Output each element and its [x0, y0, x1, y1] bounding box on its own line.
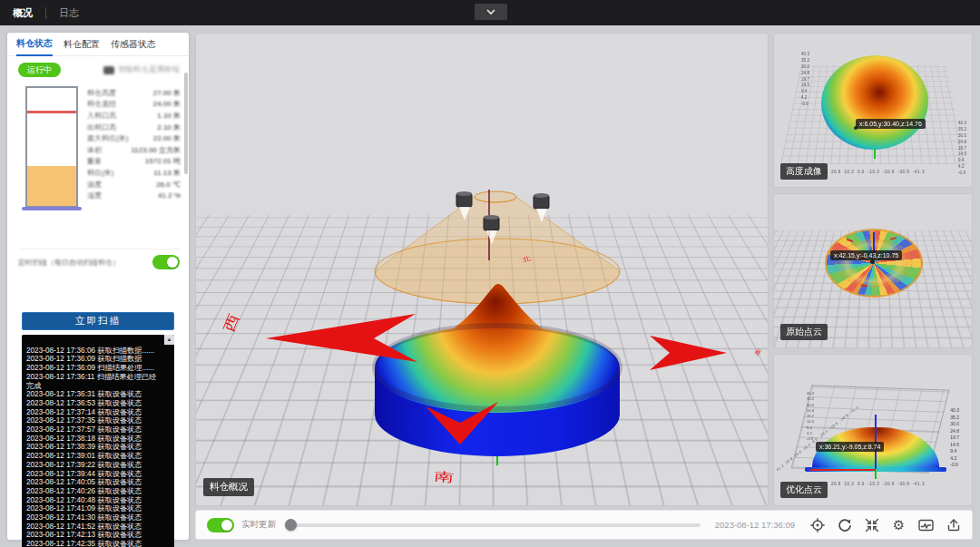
collapse-header-button[interactable]	[475, 4, 507, 20]
param-row: 出料口高2.10 米	[87, 122, 181, 133]
panel-label: 优化点云	[780, 482, 828, 498]
panel-label: 高度成像	[780, 163, 828, 180]
right-axis-ticks: 40.3 35.2 30.0 24.8 19.7 14.5 9.4 4.2 -0…	[958, 121, 966, 177]
compass-east-label: 东	[753, 347, 764, 357]
log-lines: 2023-08-12 17:36:06 获取扫描数据...... 2023-08…	[26, 347, 156, 547]
silo-alarm-line	[27, 111, 76, 113]
monitor-chart-icon[interactable]	[918, 517, 934, 532]
param-row: 重量1572.01 吨	[87, 156, 181, 168]
log-console[interactable]: 2023-08-12 17:36:06 获取扫描数据...... 2023-08…	[22, 335, 174, 547]
y-axis-line	[875, 471, 877, 479]
refresh-icon[interactable]	[837, 517, 852, 532]
left-axis-ticks: 40.3 35.2 30.0 24.8 19.7 14.5 9.4 4.2 -0…	[807, 391, 814, 443]
silo-level-indicator	[25, 86, 78, 208]
sidebar-tabs: 料仓状态 料仓配置 传感器状态	[7, 33, 189, 56]
realtime-label: 实时更新	[241, 519, 276, 531]
device-info: 智能料仓监测终端	[103, 64, 180, 75]
sidebar: 料仓状态 料仓配置 传感器状态 运行中 智能料仓监测终端 料仓高度27.00 米…	[7, 33, 189, 540]
slider-handle[interactable]	[285, 519, 297, 531]
toolbar-icons: ⚙	[809, 517, 961, 532]
compass-south-label: 南	[434, 469, 455, 484]
silo-base	[22, 207, 82, 210]
schedule-toggle-label: 定时扫描（每日自动扫描料仓）	[18, 258, 120, 268]
east-arrow-icon	[650, 336, 727, 370]
param-row: 温度26.0 ℃	[87, 179, 181, 190]
x-axis-line	[810, 469, 876, 471]
slider-track[interactable]	[285, 523, 701, 527]
top-tab-log[interactable]: 日志	[46, 0, 92, 25]
tab-sensor-status[interactable]: 传感器状态	[111, 33, 156, 55]
log-scrollbar[interactable]: ▲ ▼	[164, 335, 174, 547]
main-view-label: 料仓概况	[203, 478, 254, 496]
app-window: 概况 日志 料仓状态 料仓配置 传感器状态 运行中 智能料仓监测终端	[0, 0, 980, 547]
optimized-pointcloud-panel[interactable]: 40.3 35.2 30.0 24.8 19.7 14.5 9.4 4.2 -0…	[773, 354, 973, 506]
aim-icon[interactable]	[809, 517, 825, 532]
silo-3d-scene: 西 南 东 北	[196, 34, 769, 506]
tab-silo-config[interactable]: 料仓配置	[64, 33, 100, 55]
coordinate-tooltip: x:36.21,y:-9.05,z:8.74	[816, 442, 884, 452]
raw-pointcloud-panel[interactable]: x:42.15,y:-0.43,z:10.75 原始点云	[773, 193, 973, 348]
coordinate-tooltip: x:6.05,y:30.40,z:14.76	[856, 119, 926, 129]
silo-parameter-list: 料仓高度27.00 米 料仓直径24.00 米 入料口高1.10 米 出料口高2…	[87, 87, 181, 201]
device-icon	[103, 66, 114, 74]
param-row: 入料口高1.10 米	[87, 110, 181, 122]
realtime-toggle[interactable]	[207, 518, 234, 532]
scroll-up-icon[interactable]: ▲	[164, 335, 174, 345]
param-row: 料仓直径24.00 米	[87, 99, 181, 111]
param-row: 最大料位(米)22.00 米	[87, 132, 181, 144]
west-arrow-icon	[266, 314, 417, 362]
silo-3d-view[interactable]: 西 南 东 北 料仓概况	[195, 33, 769, 506]
compass-west-label: 西	[220, 311, 241, 334]
coordinate-tooltip: x:42.15,y:-0.43,z:10.75	[830, 250, 902, 260]
tab-silo-status[interactable]: 料仓状态	[16, 32, 53, 56]
playback-bar: 实时更新 2023-08-12 17:36:09 ⚙	[195, 510, 973, 540]
panel-label: 原始点云	[780, 324, 828, 340]
param-row: 湿度41.2 %	[87, 190, 181, 201]
height-imaging-panel[interactable]: 40.3 35.2 30.0 24.8 19.7 14.5 9.4 4.2 -0…	[773, 33, 973, 188]
chevron-down-icon	[485, 8, 496, 15]
current-timestamp: 2023-08-12 17:36:09	[715, 520, 795, 530]
top-tab-overview[interactable]: 概况	[0, 0, 45, 25]
y-axis-tick	[874, 150, 876, 159]
sidebar-scrollbar[interactable]	[184, 73, 188, 174]
param-row: 料位(米)11.13 米	[87, 167, 181, 179]
scan-now-button[interactable]: 立即扫描	[22, 312, 174, 330]
gear-icon[interactable]: ⚙	[891, 517, 906, 532]
material-mound	[375, 284, 620, 456]
collapse-view-icon[interactable]	[864, 517, 879, 532]
right-axis-ticks: 40.3 35.2 30.0 24.8 19.7 14.5 9.4 4.2 -0…	[950, 407, 959, 469]
status-badge: 运行中	[18, 63, 61, 77]
left-axis-ticks: 40.3 35.2 30.0 24.8 19.7 14.5 9.4 4.2 -0…	[801, 52, 809, 108]
timeline-slider[interactable]	[285, 519, 701, 532]
param-row: 体积1123.00 立方米	[87, 144, 181, 156]
param-row: 料仓高度27.00 米	[87, 87, 181, 99]
export-icon[interactable]	[946, 517, 961, 532]
schedule-toggle[interactable]	[152, 255, 180, 269]
silo-fill-level	[27, 166, 76, 206]
